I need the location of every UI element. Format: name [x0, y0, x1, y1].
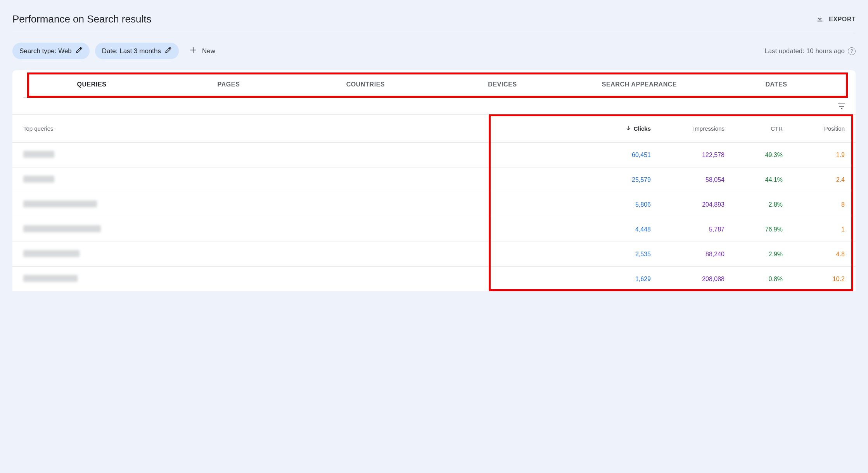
redacted-text	[23, 176, 54, 183]
ctr-cell: 2.9%	[724, 251, 783, 258]
impressions-cell: 122,578	[651, 152, 724, 159]
table-row[interactable]: 60,451122,57849.3%1.9	[12, 142, 856, 167]
arrow-down-icon	[625, 125, 631, 132]
ctr-cell: 44.1%	[724, 176, 783, 183]
clicks-cell: 2,535	[593, 251, 651, 258]
table-row[interactable]: 25,57958,05444.1%2.4	[12, 167, 856, 192]
queries-table: Top queries Clicks Impressions CTR Posit…	[12, 114, 856, 291]
tab-dates[interactable]: DATES	[708, 70, 845, 97]
col-header-ctr[interactable]: CTR	[724, 125, 783, 132]
table-row[interactable]: 4,4485,78776.9%1	[12, 217, 856, 242]
query-cell	[23, 250, 593, 259]
col-header-query[interactable]: Top queries	[23, 125, 593, 132]
tab-devices[interactable]: DEVICES	[434, 70, 571, 97]
ctr-cell: 49.3%	[724, 152, 783, 159]
redacted-text	[23, 225, 101, 232]
ctr-cell: 76.9%	[724, 226, 783, 233]
results-card: QUERIES PAGES COUNTRIES DEVICES SEARCH A…	[12, 70, 856, 291]
query-cell	[23, 225, 593, 234]
table-row[interactable]: 2,53588,2402.9%4.8	[12, 242, 856, 266]
impressions-cell: 88,240	[651, 251, 724, 258]
filter-chip-date[interactable]: Date: Last 3 months	[95, 43, 179, 59]
table-row[interactable]: 5,806204,8932.8%8	[12, 192, 856, 217]
query-cell	[23, 151, 593, 159]
page-title: Performance on Search results	[12, 13, 151, 25]
table-row[interactable]: 1,629208,0880.8%10.2	[12, 266, 856, 291]
page-header: Performance on Search results EXPORT	[12, 8, 856, 34]
new-label: New	[202, 47, 215, 55]
chip-label: Search type: Web	[19, 47, 72, 55]
tab-countries[interactable]: COUNTRIES	[297, 70, 434, 97]
ctr-cell: 0.8%	[724, 276, 783, 283]
dimension-tabs: QUERIES PAGES COUNTRIES DEVICES SEARCH A…	[23, 70, 845, 98]
ctr-cell: 2.8%	[724, 201, 783, 208]
table-header: Top queries Clicks Impressions CTR Posit…	[12, 114, 856, 142]
filter-chip-search-type[interactable]: Search type: Web	[12, 43, 90, 59]
query-cell	[23, 200, 593, 209]
tab-queries[interactable]: QUERIES	[23, 70, 160, 97]
position-cell: 8	[783, 201, 845, 208]
col-header-impressions[interactable]: Impressions	[651, 125, 724, 132]
filter-icon[interactable]	[837, 102, 846, 112]
pencil-icon	[76, 47, 83, 55]
query-cell	[23, 275, 593, 283]
clicks-cell: 5,806	[593, 201, 651, 208]
position-cell: 4.8	[783, 251, 845, 258]
query-cell	[23, 176, 593, 184]
add-filter-button[interactable]: New	[184, 43, 220, 59]
redacted-text	[23, 275, 78, 282]
last-updated: Last updated: 10 hours ago ?	[764, 47, 856, 55]
chip-label: Date: Last 3 months	[102, 47, 161, 55]
pencil-icon	[165, 47, 172, 55]
impressions-cell: 5,787	[651, 226, 724, 233]
tab-pages[interactable]: PAGES	[160, 70, 297, 97]
impressions-cell: 204,893	[651, 201, 724, 208]
export-label: EXPORT	[829, 16, 856, 23]
export-button[interactable]: EXPORT	[816, 14, 856, 24]
clicks-cell: 1,629	[593, 276, 651, 283]
col-header-position[interactable]: Position	[783, 125, 845, 132]
clicks-cell: 25,579	[593, 176, 651, 183]
position-cell: 1	[783, 226, 845, 233]
impressions-cell: 208,088	[651, 276, 724, 283]
download-icon	[816, 14, 824, 24]
redacted-text	[23, 250, 80, 257]
position-cell: 1.9	[783, 152, 845, 159]
impressions-cell: 58,054	[651, 176, 724, 183]
clicks-cell: 4,448	[593, 226, 651, 233]
position-cell: 2.4	[783, 176, 845, 183]
help-icon[interactable]: ?	[848, 47, 856, 55]
redacted-text	[23, 200, 97, 207]
tab-search-appearance[interactable]: SEARCH APPEARANCE	[571, 70, 708, 97]
position-cell: 10.2	[783, 276, 845, 283]
redacted-text	[23, 151, 54, 158]
plus-icon	[189, 46, 197, 56]
col-header-clicks[interactable]: Clicks	[593, 125, 651, 132]
last-updated-text: Last updated: 10 hours ago	[764, 47, 845, 55]
clicks-cell: 60,451	[593, 152, 651, 159]
filters-row: Search type: Web Date: Last 3 months New…	[12, 34, 856, 70]
